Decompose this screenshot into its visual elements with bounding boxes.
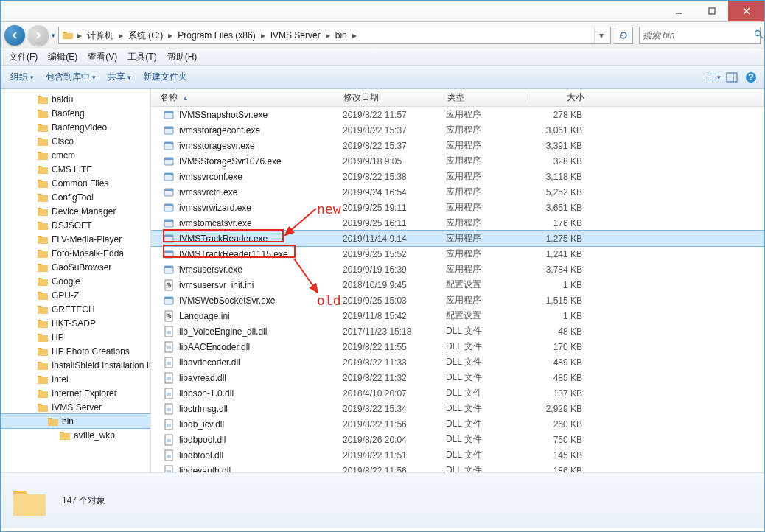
file-row[interactable]: libavdecoder.dll2019/8/22 11:33DLL 文件489… <box>151 354 765 370</box>
file-row[interactable]: ivmsstoragesvr.exe2019/8/22 15:37应用程序3,3… <box>151 138 765 153</box>
breadcrumb-item[interactable]: Program Files (x86) <box>176 30 256 41</box>
search-icon[interactable] <box>754 29 764 41</box>
tree-folder-item[interactable]: InstallShield Installation Information <box>0 358 150 372</box>
tree-folder-item[interactable]: cmcm <box>0 148 150 162</box>
breadcrumb-item[interactable]: 系统 (C:) <box>127 29 164 42</box>
view-options-button[interactable]: ▾ <box>705 69 721 85</box>
tree-folder-item[interactable]: IVMS Server <box>0 400 150 414</box>
new-folder-button[interactable]: 新建文件夹 <box>139 69 192 85</box>
chevron-right-icon[interactable]: ▸ <box>350 30 359 41</box>
file-name: ivmsstorageconf.exe <box>179 125 260 136</box>
organize-button[interactable]: 组织 ▾ <box>6 69 38 85</box>
file-row[interactable]: lib_VoiceEngine_dll.dll2017/11/23 15:18D… <box>151 323 765 339</box>
tree-folder-item[interactable]: Cisco <box>0 134 150 148</box>
file-row[interactable]: IVMSStorageSvr1076.exe2019/9/18 9:05应用程序… <box>151 153 765 169</box>
file-row[interactable]: libavread.dll2019/8/22 11:32DLL 文件485 KB <box>151 370 765 385</box>
refresh-button[interactable] <box>614 27 633 44</box>
file-row[interactable]: Language.ini2019/11/8 15:42配置设置1 KB <box>151 308 765 323</box>
tree-folder-item[interactable]: GPU-Z <box>0 288 150 302</box>
preview-pane-button[interactable] <box>724 69 740 85</box>
chevron-right-icon[interactable]: ▸ <box>75 30 84 41</box>
file-row[interactable]: libdb_icv.dll2019/8/22 11:56DLL 文件260 KB <box>151 416 765 432</box>
file-row[interactable]: ivmsusersvr_init.ini2018/10/19 9:45配置设置1… <box>151 277 765 293</box>
tree-folder-item[interactable]: GaoSuBrowser <box>0 260 150 274</box>
close-button[interactable] <box>728 0 765 21</box>
nav-forward-button[interactable] <box>28 25 49 46</box>
file-row[interactable]: IVMSTrackReader1115.exe2019/9/25 15:52应用… <box>151 246 765 262</box>
nav-history-dropdown[interactable]: ▾ <box>52 32 55 39</box>
file-row[interactable]: ivmsusersvr.exe2019/9/19 16:39应用程序3,784 … <box>151 262 765 277</box>
svg-rect-61 <box>167 424 171 427</box>
file-row[interactable]: ivmssvrconf.exe2019/8/22 15:38应用程序3,118 … <box>151 169 765 184</box>
file-row[interactable]: IVMSSnapshotSvr.exe2019/8/22 11:57应用程序27… <box>151 107 765 122</box>
file-row[interactable]: IVMSTrackReader.exe2019/11/14 9:14应用程序1,… <box>151 231 765 246</box>
column-type[interactable]: 类型 <box>447 91 525 104</box>
breadcrumb-item[interactable]: IVMS Server <box>269 30 322 41</box>
tree-folder-item[interactable]: Google <box>0 274 150 288</box>
tree-folder-item[interactable]: HKT-SADP <box>0 316 150 330</box>
include-library-button[interactable]: 包含到库中 ▾ <box>41 69 100 85</box>
tree-folder-item[interactable]: Common Files <box>0 176 150 190</box>
column-headers[interactable]: 名称 ▲ 修改日期 类型 大小 <box>151 89 765 107</box>
column-size[interactable]: 大小 <box>525 91 607 104</box>
tree-folder-item[interactable]: Foto-Mosaik-Edda <box>0 246 150 260</box>
search-box[interactable] <box>639 27 761 44</box>
tree-folder-item[interactable]: DSJSOFT <box>0 218 150 232</box>
content-pane: baiduBaofengBaofengVideoCiscocmcmCMS LIT… <box>0 89 765 472</box>
file-row[interactable]: ivmsstorageconf.exe2019/8/22 15:37应用程序3,… <box>151 122 765 138</box>
maximize-button[interactable] <box>695 0 728 21</box>
chevron-right-icon[interactable]: ▸ <box>116 30 125 41</box>
menu-bar: 文件(F) 编辑(E) 查看(V) 工具(T) 帮助(H) <box>0 49 765 66</box>
tree-item-label: Internet Explorer <box>52 388 117 399</box>
file-row[interactable]: ivmssvrwizard.exe2019/9/25 19:11应用程序3,65… <box>151 200 765 215</box>
file-row[interactable]: libbson-1.0.dll2018/4/10 20:07DLL 文件137 … <box>151 385 765 401</box>
file-date: 2019/9/25 15:03 <box>343 295 446 306</box>
column-name[interactable]: 名称 ▲ <box>151 91 343 104</box>
tree-folder-item-selected[interactable]: bin <box>0 414 150 428</box>
file-row[interactable]: libctrlmsg.dll2019/8/22 15:34DLL 文件2,929… <box>151 401 765 416</box>
navigation-tree[interactable]: baiduBaofengBaofengVideoCiscocmcmCMS LIT… <box>0 89 151 472</box>
tree-folder-item[interactable]: GRETECH <box>0 302 150 316</box>
tree-folder-item[interactable]: Intel <box>0 372 150 386</box>
file-row[interactable]: libdbtool.dll2019/8/22 11:51DLL 文件145 KB <box>151 447 765 463</box>
breadcrumb-bar[interactable]: ▸ 计算机 ▸ 系统 (C:) ▸ Program Files (x86) ▸ … <box>58 27 611 44</box>
file-row[interactable]: libAACEncoder.dll2019/8/22 11:55DLL 文件17… <box>151 339 765 354</box>
address-dropdown-button[interactable]: ▾ <box>594 27 607 43</box>
tree-folder-item[interactable]: CMS LITE <box>0 162 150 176</box>
file-row[interactable]: libdevauth.dll2019/8/22 11:56DLL 文件186 K… <box>151 463 765 472</box>
tree-folder-item[interactable]: Internet Explorer <box>0 386 150 400</box>
tree-folder-item[interactable]: HP <box>0 330 150 344</box>
tree-folder-item[interactable]: avfile_wkp <box>0 428 150 442</box>
column-date[interactable]: 修改日期 <box>343 91 447 104</box>
help-button[interactable]: ? <box>743 69 759 85</box>
menu-file[interactable]: 文件(F) <box>4 49 42 65</box>
breadcrumb-item[interactable]: bin <box>334 30 349 41</box>
breadcrumb-item[interactable]: 计算机 <box>85 29 115 42</box>
minimize-button[interactable] <box>662 0 695 21</box>
tree-folder-item[interactable]: Device Manager <box>0 204 150 218</box>
chevron-right-icon[interactable]: ▸ <box>259 30 268 41</box>
tree-folder-item[interactable]: HP Photo Creations <box>0 344 150 358</box>
chevron-right-icon[interactable]: ▸ <box>166 30 175 41</box>
nav-back-button[interactable] <box>4 25 25 46</box>
file-row[interactable]: libdbpool.dll2019/8/26 20:04DLL 文件750 KB <box>151 432 765 447</box>
file-row[interactable]: ivmssvrctrl.exe2019/9/24 16:54应用程序5,252 … <box>151 184 765 200</box>
file-row[interactable]: ivmstomcatsvr.exe2019/9/25 16:11应用程序176 … <box>151 215 765 231</box>
svg-rect-57 <box>167 393 171 396</box>
menu-tool[interactable]: 工具(T) <box>123 49 161 65</box>
search-input[interactable] <box>643 30 754 41</box>
tree-folder-item[interactable]: baidu <box>0 92 150 106</box>
menu-help[interactable]: 帮助(H) <box>163 49 202 65</box>
share-button[interactable]: 共享 ▾ <box>103 69 136 85</box>
file-row[interactable]: IVMSWebSocketSvr.exe2019/9/25 15:03应用程序1… <box>151 293 765 308</box>
tree-item-label: bin <box>62 416 74 427</box>
file-name: ivmsusersvr_init.ini <box>179 280 254 290</box>
chevron-right-icon[interactable]: ▸ <box>324 30 332 41</box>
tree-folder-item[interactable]: ConfigTool <box>0 190 150 204</box>
tree-folder-item[interactable]: Baofeng <box>0 106 150 120</box>
menu-edit[interactable]: 编辑(E) <box>43 49 82 65</box>
tree-folder-item[interactable]: BaofengVideo <box>0 120 150 134</box>
file-rows[interactable]: IVMSSnapshotSvr.exe2019/8/22 11:57应用程序27… <box>151 107 765 472</box>
menu-view[interactable]: 查看(V) <box>83 49 122 65</box>
tree-folder-item[interactable]: FLV-Media-Player <box>0 232 150 246</box>
